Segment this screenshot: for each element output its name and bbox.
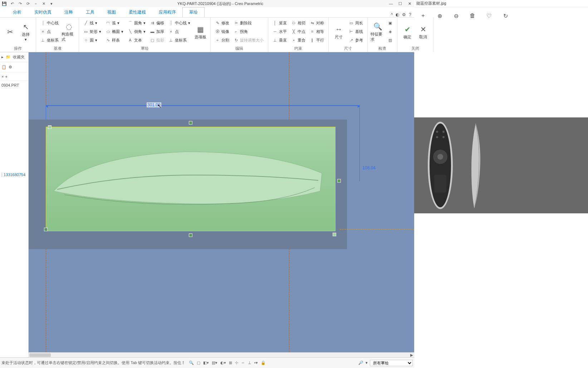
tree-icon[interactable]: 📋 — [1, 65, 6, 69]
chamfer-button[interactable]: ╲倒角 ▾ — [126, 28, 147, 35]
tab-view[interactable]: 视图 — [101, 8, 122, 17]
offset-button[interactable]: ⇉偏移 — [148, 19, 166, 27]
folder-tab-icon[interactable]: 📁 — [6, 55, 11, 59]
windows-icon[interactable]: ▫ — [33, 1, 39, 6]
corner-button[interactable]: ⌐拐角 — [232, 28, 265, 35]
arc-button[interactable]: ◠弧 ▾ — [104, 19, 125, 27]
add-tab-icon[interactable]: + — [5, 74, 7, 79]
viewer-zoom-out-button[interactable]: ⊖ — [452, 12, 460, 20]
tab-flex[interactable]: 柔性建模 — [122, 8, 152, 17]
status-dim-icon[interactable]: ↔ — [241, 360, 245, 365]
maximize-button[interactable]: ☐ — [396, 0, 405, 7]
text-button[interactable]: A文本 — [126, 36, 147, 44]
viewer-delete-button[interactable]: 🗑 — [469, 12, 476, 20]
tab-sketch[interactable]: 草绘 — [182, 7, 205, 17]
parallel-button[interactable]: ∥平行 — [308, 36, 325, 44]
tab-annotate[interactable]: 注释 — [58, 8, 79, 17]
status-geom-icon[interactable]: ▾ — [366, 360, 368, 365]
horizontal-scrollbar[interactable]: ◂ ▸ — [29, 352, 414, 357]
status-find-icon[interactable]: 🔎 — [358, 360, 363, 365]
sketch-canvas[interactable]: 301.00 ↖ 108.04 ◂ ▸ — [29, 52, 414, 357]
help-icon[interactable]: ? — [409, 12, 411, 17]
selection-handle-left[interactable] — [44, 228, 48, 231]
tab-live-sim[interactable]: 实时仿真 — [28, 8, 58, 17]
divide-button[interactable]: ÷分割 — [214, 36, 231, 44]
status-refit-icon[interactable]: ▢ — [197, 360, 200, 365]
perpendicular-button[interactable]: ⊥垂直 — [271, 36, 288, 44]
selection-handle-right[interactable] — [337, 179, 341, 183]
tree-settings-icon[interactable]: ⚙ — [9, 65, 12, 69]
save-icon[interactable]: 💾 — [1, 1, 7, 6]
spline-button[interactable]: ∿样条 — [104, 36, 125, 44]
redo-icon[interactable]: ↷ — [17, 1, 23, 6]
close-button[interactable]: ✕ — [405, 0, 414, 7]
cut-button[interactable]: ✂ — [3, 19, 17, 45]
viewer-rotate-button[interactable]: ↻ — [501, 12, 509, 20]
overlap-button[interactable]: ▣ — [386, 19, 394, 27]
coincident-button[interactable]: ∘重合 — [290, 36, 307, 44]
scroll-thumb[interactable] — [29, 353, 51, 357]
tangent-button[interactable]: ⦵相切 — [290, 19, 307, 27]
status-grid-icon[interactable]: ⊞ — [229, 360, 232, 365]
undo-icon[interactable]: ↶ — [9, 1, 15, 6]
baseline-button[interactable]: ⊢基线 — [347, 28, 364, 35]
viewer-zoom-in-button[interactable]: ⊕ — [436, 12, 444, 20]
circle-button[interactable]: ○圆 ▾ — [82, 36, 103, 44]
ribbon-collapse-icon[interactable]: ^ — [391, 12, 393, 17]
part-file-item[interactable]: 0904.PRT — [0, 81, 28, 89]
point2-button[interactable]: ×点 — [167, 28, 192, 35]
viewer-favorite-button[interactable]: ♡ — [485, 12, 493, 20]
modify-button[interactable]: ✎修改 — [214, 19, 231, 27]
ok-button[interactable]: ✔确定 — [400, 19, 415, 45]
minimize-button[interactable]: — — [386, 0, 396, 7]
mirror-button[interactable]: ⦿镜像 — [214, 28, 231, 35]
regen-icon[interactable]: ⟳ — [25, 1, 31, 6]
selection-handle-corner-tl[interactable] — [48, 125, 52, 129]
symmetric-button[interactable]: ⇋对称 — [308, 19, 325, 27]
point-button[interactable]: ×点 — [39, 28, 60, 35]
csys-button[interactable]: ⊥坐标系 — [39, 36, 60, 44]
theme-icon[interactable]: ◐ — [396, 12, 399, 17]
shade-button[interactable]: ▨ — [386, 36, 394, 44]
perimeter-button[interactable]: ▭周长 — [347, 19, 364, 27]
vertical-button[interactable]: │竖直 — [271, 19, 288, 27]
selection-handle-top[interactable] — [189, 121, 192, 125]
tab-apps[interactable]: 应用程序 — [152, 8, 182, 17]
cancel-button[interactable]: ✕取消 — [416, 19, 430, 45]
feature-req-button[interactable]: 🔍特征要求 — [371, 19, 385, 45]
qat-more-icon[interactable]: ▾ — [49, 1, 54, 6]
rotate-resize-button[interactable]: ↻旋转调整大小 — [232, 36, 265, 44]
status-lock-icon[interactable]: 🔒 — [261, 360, 266, 365]
scroll-right-icon[interactable]: ▸ — [409, 353, 414, 358]
fillet-button[interactable]: ⌒圆角 ▾ — [126, 19, 147, 27]
status-repaint-icon[interactable]: ▧▾ — [212, 360, 217, 365]
centerline-button[interactable]: ┊中心线 — [39, 19, 60, 27]
selection-filter-select[interactable]: 所有草绘 — [370, 360, 413, 366]
tab-analysis[interactable]: 分析 — [6, 8, 28, 17]
horizontal-button[interactable]: ─水平 — [271, 28, 288, 35]
line-button[interactable]: ╱线 ▾ — [82, 19, 103, 27]
equal-button[interactable]: =相等 — [308, 28, 325, 35]
midpoint-button[interactable]: ╳中点 — [290, 28, 307, 35]
dimension-button[interactable]: ↔尺寸 — [332, 19, 346, 45]
ellipse-button[interactable]: ⬭椭圆 ▾ — [104, 28, 125, 35]
selection-handle-bottom[interactable] — [189, 233, 192, 237]
selection-handle-corner-br[interactable] — [333, 233, 336, 236]
status-shade-icon[interactable]: ◐▾ — [220, 360, 226, 365]
select-button[interactable]: ↖选择▾ — [19, 19, 33, 45]
highlight-button[interactable]: ◈ — [386, 28, 394, 35]
status-display-icon[interactable]: ◧▾ — [203, 360, 209, 365]
dimension-horizontal[interactable] — [46, 105, 360, 106]
status-snap-icon[interactable]: ⊹ — [235, 360, 238, 365]
settings-icon[interactable]: ⚙ — [402, 12, 406, 17]
tree-tab-icon[interactable]: ▸ — [1, 55, 4, 59]
status-constrain-icon[interactable]: ⊥ — [248, 360, 251, 365]
reference-button[interactable]: ↗参考 — [347, 36, 364, 44]
project-button[interactable]: ▢投影 — [148, 36, 166, 44]
csys2-button[interactable]: ⊥坐标系 — [167, 36, 192, 44]
tab-tools[interactable]: 工具 — [79, 8, 101, 17]
thicken-button[interactable]: ▬加厚 — [148, 28, 166, 35]
dimension-value-vertical[interactable]: 108.04 — [362, 165, 376, 170]
delete-seg-button[interactable]: ✂删除段 — [232, 19, 265, 27]
close-win-icon[interactable]: ✕ — [41, 1, 46, 6]
